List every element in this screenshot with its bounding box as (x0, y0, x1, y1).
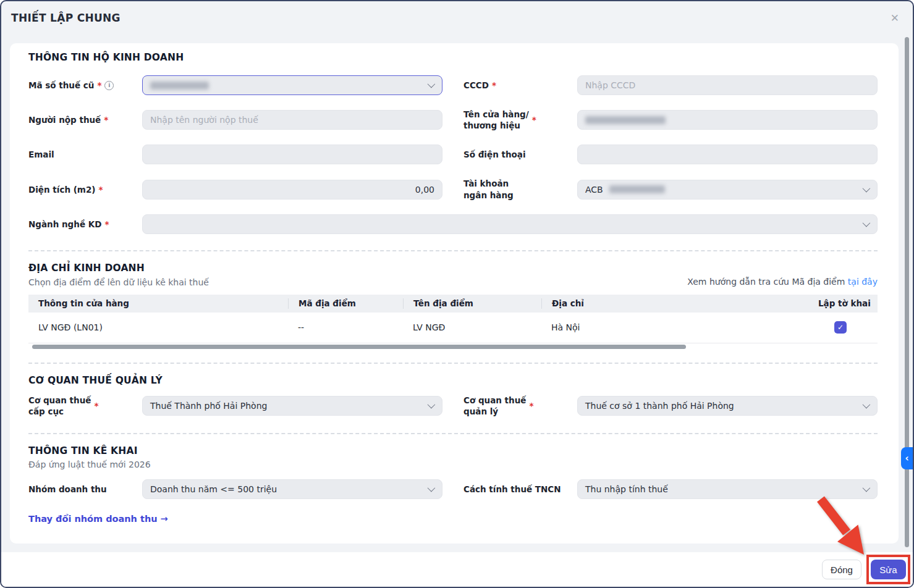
taxpayer-label: Người nộp thuế * (28, 114, 142, 125)
pit-method-select[interactable]: Thu nhập tính thuế (577, 479, 878, 499)
tax-department-select[interactable]: Thuế Thành phố Hải Phòng (142, 396, 442, 416)
revenue-group-label: Nhóm doanh thu (28, 484, 142, 495)
annotation-highlight-box: Sửa (866, 555, 910, 584)
chevron-left-icon: ‹ (905, 453, 908, 464)
chevron-down-icon (428, 401, 436, 409)
phone-field (577, 145, 878, 164)
col-location-name: Tên địa điểm (403, 298, 541, 309)
old-tax-code-label: Mã số thuế cũ * i (28, 80, 142, 91)
page-title: THIẾT LẬP CHUNG (11, 12, 121, 24)
address-subtitle: Chọn địa điểm để lên dữ liệu kê khai thu… (28, 277, 209, 287)
info-icon[interactable]: i (104, 81, 114, 90)
section-heading-address: ĐỊA CHỈ KINH DOANH (28, 262, 209, 274)
col-location-code: Mã địa điểm (288, 298, 403, 309)
col-declare: Lập tờ khai (813, 298, 878, 308)
store-info-cell: LV NGĐ (LN01) (28, 322, 288, 332)
pit-method-label: Cách tính thuế TNCN (463, 484, 577, 495)
cccd-field (577, 75, 878, 95)
address-cell: Hà Nội (541, 322, 813, 332)
cccd-input[interactable] (585, 80, 870, 90)
area-label: Diện tích (m2) * (28, 184, 142, 195)
tax-managing-select[interactable]: Thuế cơ sở 1 thành phố Hải Phòng (577, 396, 878, 416)
tax-managing-label: Cơ quan thuế quản lý * (463, 395, 577, 417)
email-field (142, 145, 442, 164)
section-heading-declaration: THÔNG TIN KÊ KHAI (28, 445, 878, 456)
section-heading-tax-authority: CƠ QUAN THUẾ QUẢN LÝ (28, 375, 878, 386)
col-address: Địa chỉ (541, 298, 813, 309)
location-code-guide: Xem hướng dẫn tra cứu Mã địa điểm tại đâ… (687, 277, 878, 287)
form-card: THÔNG TIN HỘ KINH DOANH Mã số thuế cũ * … (10, 43, 899, 544)
dialog-header: THIẾT LẬP CHUNG ✕ (1, 1, 913, 35)
check-icon: ✓ (837, 323, 844, 332)
section-divider (28, 433, 878, 434)
declare-checkbox[interactable]: ✓ (834, 321, 847, 334)
old-tax-code-select[interactable] (142, 75, 442, 95)
industry-select[interactable] (142, 214, 878, 234)
phone-label: Số điện thoại (463, 149, 577, 160)
chevron-down-icon (863, 184, 871, 192)
section-heading-business-info: THÔNG TIN HỘ KINH DOANH (28, 52, 878, 63)
cccd-label: CCCD * (463, 80, 577, 91)
tax-department-label: Cơ quan thuế cấp cục * (28, 395, 142, 417)
section-divider (28, 250, 878, 251)
industry-label: Ngành nghề KD * (28, 219, 142, 230)
store-name-label: Tên cửa hàng/ thương hiệu * (463, 109, 577, 131)
area-field (142, 180, 442, 200)
section-divider (28, 363, 878, 364)
settings-dialog: THIẾT LẬP CHUNG ✕ THÔNG TIN HỘ KINH DOAN… (0, 0, 914, 588)
declaration-subtitle: Đáp ứng luật thuế mới 2026 (28, 460, 878, 469)
address-table: Thông tin cửa hàng Mã địa điểm Tên địa đ… (28, 295, 878, 349)
dialog-footer: Đóng Sửa (1, 552, 913, 587)
scrollbar-thumb[interactable] (32, 345, 686, 349)
vertical-scrollbar[interactable] (905, 37, 909, 547)
taxpayer-field (142, 110, 442, 130)
chevron-down-icon (863, 401, 871, 409)
revenue-group-select[interactable]: Doanh thu năm <= 500 triệu (142, 479, 442, 499)
tax-authority-grid: Cơ quan thuế cấp cục * Thuế Thành phố Hả… (28, 395, 878, 417)
table-horizontal-scrollbar (28, 345, 878, 349)
store-name-field[interactable] (577, 110, 878, 130)
address-section-header: ĐỊA CHỈ KINH DOANH Chọn địa điểm để lên … (28, 262, 878, 287)
location-code-cell: -- (288, 322, 403, 332)
edit-button[interactable]: Sửa (871, 560, 906, 579)
collapse-panel-tab[interactable]: ‹ (901, 447, 913, 469)
table-row: LV NGĐ (LN01) -- LV NGĐ Hà Nội ✓ (28, 313, 878, 343)
bank-account-label: Tài khoản ngân hàng (463, 178, 577, 200)
masked-value (609, 185, 665, 193)
business-info-grid: Mã số thuế cũ * i CCCD * Người nộp (28, 75, 878, 234)
change-revenue-group-link[interactable]: Thay đổi nhóm doanh thu → (28, 514, 168, 524)
chevron-down-icon (428, 484, 436, 492)
close-button[interactable]: Đóng (822, 560, 861, 579)
phone-input[interactable] (585, 149, 870, 159)
chevron-down-icon (428, 80, 436, 88)
guide-link[interactable]: tại đây (848, 277, 878, 287)
area-input[interactable] (150, 185, 434, 195)
masked-value (585, 116, 666, 124)
dialog-body: THÔNG TIN HỘ KINH DOANH Mã số thuế cũ * … (1, 35, 913, 552)
col-store-info: Thông tin cửa hàng (28, 298, 288, 308)
table-header-row: Thông tin cửa hàng Mã địa điểm Tên địa đ… (28, 295, 878, 313)
declaration-grid: Nhóm doanh thu Doanh thu năm <= 500 triệ… (28, 479, 878, 499)
bank-account-select[interactable]: ACB (577, 180, 878, 200)
location-name-cell: LV NGĐ (403, 322, 541, 332)
email-label: Email (28, 149, 142, 160)
email-input[interactable] (150, 149, 434, 159)
chevron-down-icon (863, 219, 871, 227)
chevron-down-icon (863, 484, 871, 492)
close-icon[interactable]: ✕ (891, 13, 899, 23)
taxpayer-input[interactable] (150, 115, 434, 125)
masked-value (150, 82, 209, 90)
